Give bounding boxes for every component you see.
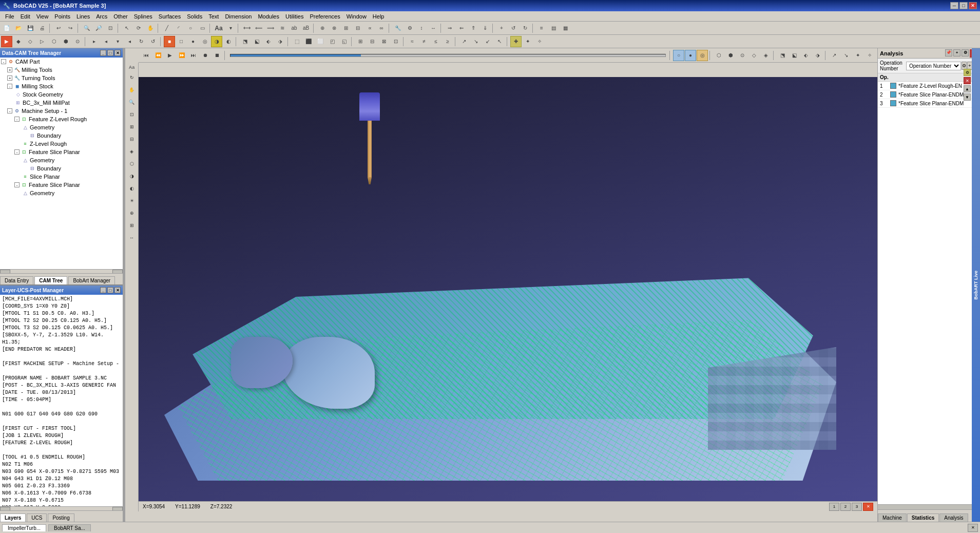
- tb2-btn-ao[interactable]: ↘: [470, 36, 482, 47]
- tree-stock-geometry[interactable]: ◇ Stock Geometry: [0, 90, 123, 99]
- zoom-in-btn[interactable]: 🔍: [81, 23, 92, 34]
- right-tool-2[interactable]: ✕: [964, 77, 971, 84]
- right-tool-4[interactable]: ▼: [964, 93, 971, 101]
- vl-btn-zoom[interactable]: 🔍: [126, 97, 138, 108]
- analysis-scroll-thumb[interactable]: [878, 505, 980, 509]
- tb2-btn-ah[interactable]: ⊠: [378, 36, 390, 47]
- tb2-btn-w[interactable]: ⬗: [275, 36, 286, 47]
- tb2-btn-j[interactable]: ▾: [112, 36, 123, 47]
- save-button[interactable]: 💾: [25, 23, 36, 34]
- tb2-btn-an[interactable]: ↗: [458, 36, 470, 47]
- expand-slice2[interactable]: -: [14, 182, 20, 187]
- tb2-btn-ar[interactable]: ✚: [510, 36, 522, 47]
- menu-points[interactable]: Points: [51, 12, 73, 21]
- sim-btn-n[interactable]: ↘: [840, 50, 852, 61]
- line-btn[interactable]: ╱: [161, 23, 172, 34]
- tb2-btn-r[interactable]: ◑: [211, 36, 222, 47]
- tb2-btn-al[interactable]: ≤: [430, 36, 441, 47]
- analysis-scrollbar[interactable]: [878, 504, 980, 509]
- view-btn-3[interactable]: 3: [852, 503, 862, 511]
- tree-slice-planar1[interactable]: ≡ Slice Planar: [0, 173, 123, 181]
- tb2-btn-ad[interactable]: ◰: [326, 36, 338, 47]
- tb2-btn-q[interactable]: ◎: [199, 36, 210, 47]
- tree-machine-setup[interactable]: - ⚙ Machine Setup - 1: [0, 107, 123, 115]
- sim-btn-a[interactable]: ○: [673, 50, 684, 61]
- font-btn[interactable]: Aa: [213, 23, 224, 34]
- sim-btn-e[interactable]: ⬢: [725, 50, 736, 61]
- viewport-3d[interactable]: X=9.3054 Y=11.1289 Z=7.2322 1 2 3 ✕: [139, 77, 877, 511]
- tb-btn-h[interactable]: ⊗: [329, 23, 340, 34]
- tree-turning-tools[interactable]: + 🔧 Turning Tools: [0, 74, 123, 82]
- tb-btn-z[interactable]: ▦: [560, 23, 571, 34]
- tree-geometry3[interactable]: △ Geometry: [0, 189, 123, 197]
- menu-view[interactable]: View: [33, 12, 52, 21]
- tb-btn-n[interactable]: ⚙: [404, 23, 415, 34]
- tb2-btn-u[interactable]: ⬕: [251, 36, 262, 47]
- expand-milling-tools[interactable]: +: [7, 67, 12, 72]
- tree-geometry2[interactable]: △ Geometry: [0, 156, 123, 164]
- pb-record-btn[interactable]: ⏺: [200, 50, 211, 61]
- tree-feature-z-level[interactable]: - ⊡ Feature Z-Level Rough: [0, 115, 123, 123]
- pan-btn[interactable]: ✋: [145, 23, 156, 34]
- menu-lines[interactable]: Lines: [73, 12, 93, 21]
- tb2-btn-as[interactable]: ✦: [522, 36, 533, 47]
- nc-panel-titlebar[interactable]: Layer-UCS-Post Manager _ □ ✕: [0, 285, 123, 295]
- cam-tree-minimize-btn[interactable]: _: [100, 50, 106, 56]
- redo-button[interactable]: ↪: [65, 23, 76, 34]
- undo-button[interactable]: ↩: [53, 23, 64, 34]
- tb2-btn-d[interactable]: ▷: [36, 36, 48, 47]
- sim-btn-f[interactable]: ⊙: [737, 50, 748, 61]
- close-button[interactable]: ✕: [969, 2, 977, 9]
- zoom-fit-btn[interactable]: ⊡: [105, 23, 116, 34]
- zoom-out-btn[interactable]: 🔎: [93, 23, 104, 34]
- sim-btn-i[interactable]: ⬔: [777, 50, 788, 61]
- tb2-btn-aa[interactable]: ⬚: [291, 36, 302, 47]
- cam-tree-titlebar[interactable]: Data-CAM Tree Manager _ □ ✕: [0, 48, 123, 58]
- vl-btn-wire[interactable]: ⬡: [126, 158, 138, 169]
- tb-btn-f[interactable]: aB: [300, 23, 312, 34]
- tree-bc3x-mill[interactable]: ⊞ BC_3x_Mill MillPat: [0, 99, 123, 107]
- sim-btn-m[interactable]: ↗: [829, 50, 840, 61]
- menu-utilities[interactable]: Utilities: [282, 12, 306, 21]
- nc-panel-close-btn[interactable]: ✕: [114, 287, 121, 293]
- tb-btn-u[interactable]: +: [496, 23, 507, 34]
- menu-arcs[interactable]: Arcs: [93, 12, 110, 21]
- menu-window[interactable]: Window: [343, 12, 370, 21]
- cam-tree-maximize-btn[interactable]: □: [107, 50, 113, 56]
- menu-file[interactable]: File: [2, 12, 17, 21]
- tb-btn-v[interactable]: ↺: [508, 23, 519, 34]
- tb-btn-m[interactable]: 🔧: [392, 23, 403, 34]
- tab-statistics[interactable]: Statistics: [907, 513, 939, 522]
- tree-feature-slice1[interactable]: - ⊡ Feature Slice Planar: [0, 148, 123, 156]
- tb2-btn-o[interactable]: □: [176, 36, 187, 47]
- rect-btn[interactable]: ▭: [197, 23, 208, 34]
- menu-splines[interactable]: Splines: [131, 12, 156, 21]
- tb2-btn-p[interactable]: ●: [187, 36, 199, 47]
- expand-feature-z[interactable]: -: [14, 117, 20, 122]
- sim-btn-k[interactable]: ⬖: [800, 50, 812, 61]
- tb-btn-y[interactable]: ▤: [548, 23, 559, 34]
- tree-z-level-rough[interactable]: ≡ Z-Level Rough: [0, 140, 123, 148]
- tab-analysis[interactable]: Analysis: [939, 513, 968, 522]
- cam-tree-close-btn[interactable]: ✕: [114, 50, 121, 56]
- menu-edit[interactable]: Edit: [17, 12, 33, 21]
- tb2-btn-ag[interactable]: ⊟: [367, 36, 378, 47]
- menu-dimension[interactable]: Dimension: [222, 12, 255, 21]
- circle-btn[interactable]: ○: [185, 23, 196, 34]
- rotate-btn[interactable]: ⟳: [133, 23, 144, 34]
- menu-solids[interactable]: Solids: [184, 12, 205, 21]
- vl-btn-light[interactable]: ☀: [126, 195, 138, 206]
- tb2-btn-g[interactable]: ⊙: [72, 36, 83, 47]
- tb-btn-k[interactable]: ∝: [364, 23, 375, 34]
- pb-next-btn[interactable]: ⏩: [176, 50, 187, 61]
- expand-turning-tools[interactable]: +: [7, 75, 12, 81]
- pb-last-btn[interactable]: ⏭: [188, 50, 199, 61]
- tb-btn-j[interactable]: ⊟: [352, 23, 363, 34]
- nc-scrollbar[interactable]: [0, 506, 123, 510]
- menu-other[interactable]: Other: [110, 12, 131, 21]
- tb2-btn-at[interactable]: ✧: [534, 36, 545, 47]
- vl-btn-render[interactable]: ◐: [126, 183, 138, 194]
- vl-btn-pan[interactable]: ✋: [126, 84, 138, 96]
- tb2-btn-b[interactable]: ◆: [13, 36, 24, 47]
- view-btn-close[interactable]: ✕: [863, 503, 873, 511]
